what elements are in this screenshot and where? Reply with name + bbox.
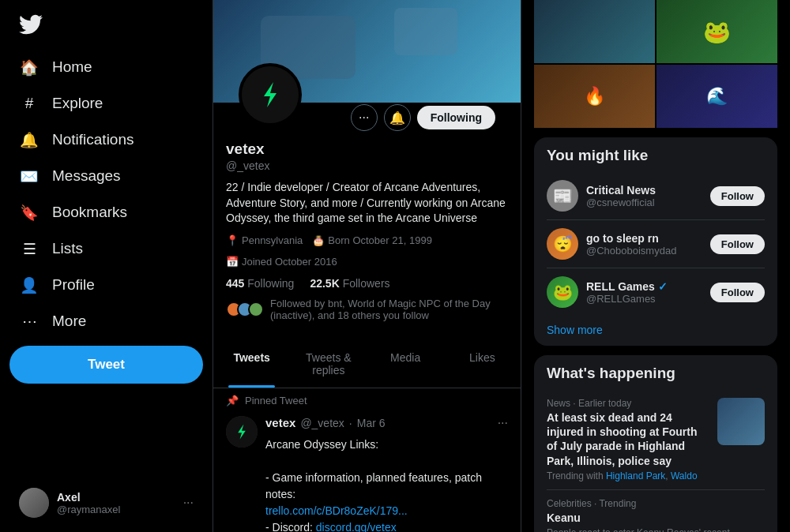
- main-content: ··· 🔔 Following vetex @_vetex 22 / Indie…: [213, 0, 521, 532]
- explore-icon: #: [19, 93, 40, 114]
- pin-icon: 📌: [226, 395, 239, 406]
- suggest-avatar-2: 🐸: [547, 276, 578, 308]
- happening-category-0: News · Earlier today: [547, 398, 709, 409]
- followers-stat[interactable]: 22.5K Followers: [310, 277, 389, 290]
- tweet-date: ·: [349, 417, 352, 429]
- whats-happening-section: What's happening News · Earlier today At…: [534, 355, 777, 532]
- profile-avatar: [239, 63, 302, 126]
- tweet-header: vetex @_vetex · Mar 6 ··· Arcane Odyssey…: [226, 416, 508, 532]
- tweet-more-button[interactable]: ···: [498, 416, 508, 430]
- tab-tweets-replies[interactable]: Tweets & replies: [290, 340, 367, 388]
- thumbnail-1: [534, 0, 655, 63]
- footer-handle: @raymanaxel: [57, 504, 120, 515]
- happening-image-0: [717, 398, 765, 445]
- profile-born: 🎂 Born October 21, 1999: [312, 234, 432, 246]
- following-button[interactable]: Following: [417, 106, 495, 129]
- follow-button-0[interactable]: Follow: [710, 186, 765, 206]
- profile-name: vetex: [226, 140, 508, 158]
- notification-bell-button[interactable]: 🔔: [384, 104, 411, 131]
- joined-icon: 📅: [226, 256, 239, 268]
- tweet-line-3: - Discord:: [265, 521, 316, 532]
- happening-item-1: Celebrities · Trending Keanu People reac…: [547, 490, 765, 532]
- sidebar-item-notifications[interactable]: 🔔 Notifications: [9, 122, 203, 158]
- following-stat[interactable]: 445 Following: [226, 277, 294, 290]
- sidebar-item-label: Messages: [52, 167, 121, 185]
- verified-badge-2: ✓: [658, 280, 668, 293]
- sidebar-item-home[interactable]: 🏠 Home: [9, 49, 203, 85]
- waldo-link[interactable]: Waldo: [671, 470, 698, 481]
- footer-user-info: Axel @raymanaxel: [57, 491, 120, 515]
- thumbnail-3: 🔥: [534, 65, 655, 128]
- suggest-handle-1: @Choboboismydad: [586, 245, 702, 257]
- suggest-name-0: Critical News: [586, 184, 702, 197]
- person-icon: 👤: [19, 275, 40, 295]
- right-top-thumbnails: 🔥 🌊: [534, 0, 777, 128]
- profile-bio: 22 / Indie developer / Creator of Arcane…: [226, 180, 508, 227]
- followed-avatars: [226, 302, 264, 317]
- follow-button-1[interactable]: Follow: [710, 234, 765, 254]
- profile-location: 📍 Pennsylvania: [226, 234, 303, 246]
- sidebar-item-label: Profile: [52, 276, 95, 294]
- tweet-trello-link[interactable]: trello.com/c/BDr8oZeK/179...: [265, 504, 408, 517]
- happening-headline-0[interactable]: At least six dead and 24 injured in shoo…: [547, 410, 709, 468]
- footer-avatar: [19, 488, 49, 518]
- profile-info: vetex @_vetex 22 / Indie developer / Cre…: [213, 140, 521, 331]
- sidebar-item-profile[interactable]: 👤 Profile: [9, 267, 203, 303]
- tweet-meta: vetex @_vetex · Mar 6 ···: [265, 416, 508, 430]
- more-options-button[interactable]: ···: [351, 104, 378, 131]
- svg-marker-0: [264, 82, 276, 107]
- happening-category-1: Celebrities · Trending: [547, 498, 765, 509]
- tweet-line-1: Arcane Odyssey Links:: [265, 436, 508, 453]
- tweet-button[interactable]: Tweet: [9, 346, 203, 384]
- suggest-item-0: 📰 Critical News @csnewofficial Follow: [547, 172, 765, 220]
- whats-happening-title: What's happening: [547, 365, 765, 382]
- sidebar-item-lists[interactable]: ☰ Lists: [9, 230, 203, 267]
- footer-name: Axel: [57, 491, 120, 504]
- thumbnail-4: 🌊: [656, 65, 777, 128]
- twitter-logo: [9, 6, 203, 46]
- profile-joined: 📅 Joined October 2016: [226, 256, 337, 268]
- born-icon: 🎂: [312, 234, 325, 246]
- followed-by: Followed by bnt, World of Magic NPC of t…: [226, 298, 508, 321]
- tweet-content: Arcane Odyssey Links: - Game information…: [265, 436, 508, 532]
- tab-likes[interactable]: Likes: [444, 340, 521, 388]
- left-sidebar: 🏠 Home # Explore 🔔 Notifications ✉️ Mess…: [0, 0, 213, 532]
- suggest-item-2: 🐸 RELL Games ✓ @RELLGames Follow: [547, 268, 765, 316]
- you-might-like-section: You might like 📰 Critical News @csnewoff…: [534, 137, 777, 346]
- show-more-link[interactable]: Show more: [547, 316, 765, 336]
- sidebar-item-messages[interactable]: ✉️ Messages: [9, 158, 203, 194]
- follow-button-2[interactable]: Follow: [710, 283, 765, 302]
- highland-park-link[interactable]: Highland Park: [606, 470, 665, 481]
- bell-icon: 🔔: [19, 129, 40, 150]
- pinned-label: 📌 Pinned Tweet: [213, 388, 521, 406]
- location-icon: 📍: [226, 234, 239, 246]
- sidebar-item-label: Bookmarks: [52, 204, 127, 221]
- sidebar-item-explore[interactable]: # Explore: [9, 85, 203, 122]
- suggest-avatar-1: 😴: [547, 228, 578, 260]
- sidebar-item-more[interactable]: ⋯ More: [9, 303, 203, 339]
- tab-media[interactable]: Media: [367, 340, 444, 388]
- sidebar-item-bookmarks[interactable]: 🔖 Bookmarks: [9, 194, 203, 230]
- sidebar-item-label: Notifications: [52, 131, 134, 148]
- home-icon: 🏠: [19, 57, 40, 77]
- tab-tweets[interactable]: Tweets: [213, 340, 290, 388]
- tweet-avatar: [226, 416, 258, 448]
- mail-icon: ✉️: [19, 166, 40, 186]
- happening-headline-1[interactable]: Keanu: [547, 511, 765, 525]
- happening-item-0: News · Earlier today At least six dead a…: [547, 390, 765, 490]
- tweet-author-handle: @_vetex: [300, 417, 344, 429]
- tweet-item: vetex @_vetex · Mar 6 ··· Arcane Odyssey…: [213, 406, 521, 532]
- suggest-name-1: go to sleep rn: [586, 232, 702, 245]
- bookmark-icon: 🔖: [19, 202, 40, 223]
- tweet-discord-link[interactable]: discord.gg/vetex: [316, 521, 397, 532]
- profile-tabs: Tweets Tweets & replies Media Likes: [213, 340, 521, 388]
- right-sidebar: 🔥 🌊 You might like 📰 Critical News @csne…: [521, 0, 790, 532]
- happening-meta-0: Trending with Highland Park, Waldo: [547, 470, 709, 481]
- sidebar-user-footer[interactable]: Axel @raymanaxel ···: [9, 480, 203, 526]
- suggest-handle-0: @csnewofficial: [586, 197, 702, 208]
- footer-more-icon: ···: [183, 496, 194, 510]
- profile-handle: @_vetex: [226, 159, 508, 172]
- suggest-info-1: go to sleep rn @Choboboismydad: [586, 232, 702, 257]
- you-might-like-title: You might like: [547, 147, 765, 164]
- thumbnail-2: [656, 0, 777, 63]
